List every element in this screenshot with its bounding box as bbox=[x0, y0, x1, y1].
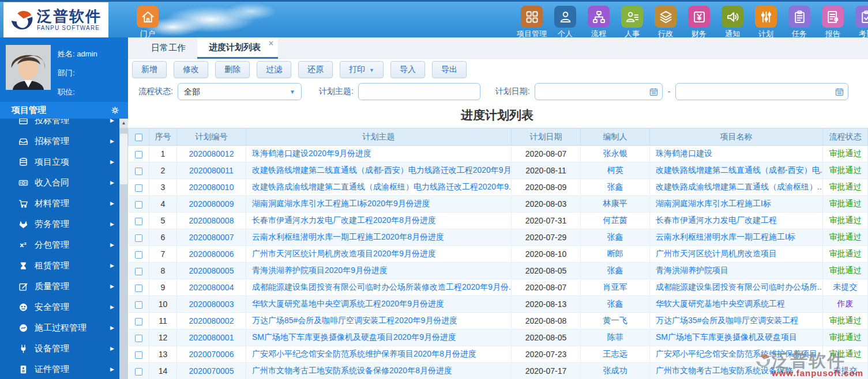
project-name-link[interactable]: 改建铁路成渝线增建第二直通线（成渝枢纽）... bbox=[656, 182, 823, 191]
sidebar-item-subcontract-management[interactable]: x²分包管理▶ bbox=[0, 234, 128, 255]
print-button[interactable]: 打印▼ bbox=[340, 61, 384, 78]
plan-code-link[interactable]: 2020080004 bbox=[189, 283, 234, 292]
plan-topic-link[interactable]: 长春市伊通河水力发电厂改建工程2020年8月份进度 bbox=[252, 215, 436, 225]
module-task[interactable]: 任务 bbox=[783, 6, 816, 39]
project-name-link[interactable]: 万达广场35#会所及咖啡厅空调安装工程 bbox=[656, 316, 798, 325]
author-link[interactable]: 张永银 bbox=[603, 149, 627, 158]
plan-code-link[interactable]: 2020080003 bbox=[189, 300, 234, 309]
sidebar-item-tender-management[interactable]: 招标管理▶ bbox=[0, 131, 128, 151]
plan-topic-link[interactable]: SM广场地下车库更换摄像机及硬盘项目2020年9月份进度 bbox=[252, 332, 456, 342]
sidebar-item-income-contract[interactable]: 收入合同▶ bbox=[0, 172, 128, 193]
plan-code-link[interactable]: 2020070006 bbox=[189, 350, 234, 359]
sidebar-item-labor-management[interactable]: 劳务管理▶ bbox=[0, 214, 128, 234]
date-from-input[interactable] bbox=[535, 84, 662, 100]
plan-topic-link[interactable]: 珠海鹤港口建设2020年9月份进度 bbox=[252, 149, 371, 158]
close-icon[interactable]: × bbox=[269, 39, 273, 48]
module-attendance[interactable]: 考勤 bbox=[850, 6, 868, 39]
author-link[interactable]: 陈菲 bbox=[607, 332, 623, 342]
project-name-link[interactable]: 成都能源建设集团投资有限公司临时办公场所... bbox=[656, 282, 823, 291]
plan-code-link[interactable]: 2020080009 bbox=[189, 199, 234, 209]
delete-button[interactable]: 删除 bbox=[215, 61, 250, 78]
date-to-input[interactable] bbox=[676, 84, 848, 100]
plan-topic-link[interactable]: 广安邓小平纪念馆安全防范系统维护保养项目2020年8月份进度 bbox=[252, 349, 476, 358]
row-checkbox[interactable] bbox=[135, 218, 142, 225]
row-checkbox[interactable] bbox=[135, 151, 142, 158]
gear-icon[interactable] bbox=[110, 105, 120, 115]
module-project-management[interactable]: 项目管理 bbox=[515, 6, 548, 39]
tab-progress-plan-list[interactable]: 进度计划列表× bbox=[197, 37, 278, 59]
plan-code-link[interactable]: 2020080007 bbox=[189, 233, 234, 242]
project-name-link[interactable]: 华软大厦研究基地中央空调系统工程 bbox=[656, 299, 785, 308]
plan-code-link[interactable]: 2020080008 bbox=[189, 216, 234, 225]
row-checkbox[interactable] bbox=[135, 168, 142, 175]
author-link[interactable]: 黄一飞 bbox=[603, 316, 627, 325]
project-name-link[interactable]: 改建铁路线增建第二线直通线（成都-西安）电... bbox=[656, 165, 823, 175]
export-button[interactable]: 导出 bbox=[432, 61, 467, 78]
sidebar-item-project-initiation[interactable]: 项目立项▶ bbox=[0, 151, 128, 172]
author-link[interactable]: 王志远 bbox=[603, 349, 627, 358]
module-report[interactable]: 报告 bbox=[816, 6, 850, 39]
plan-code-link[interactable]: 2020080010 bbox=[189, 183, 234, 192]
project-name-link[interactable]: 青海洪湖养护院项目 bbox=[656, 266, 728, 275]
row-checkbox[interactable] bbox=[135, 318, 142, 325]
author-link[interactable]: 肖亚军 bbox=[603, 282, 627, 291]
row-checkbox[interactable] bbox=[135, 351, 142, 359]
sidebar-item-lease-management[interactable]: 租赁管理▶ bbox=[0, 255, 128, 276]
sidebar-item-safety-management[interactable]: 安全管理▶ bbox=[0, 297, 128, 317]
row-checkbox[interactable] bbox=[135, 184, 142, 192]
author-link[interactable]: 林康平 bbox=[603, 199, 627, 208]
module-workflow[interactable]: 流程 bbox=[582, 6, 615, 39]
add-button[interactable]: 新增 bbox=[132, 61, 167, 78]
plan-code-link[interactable]: 2020080006 bbox=[189, 249, 234, 259]
plan-topic-link[interactable]: 云南水利枢纽潜明水库一期工程施工2020年8月份进度 bbox=[252, 232, 444, 241]
sidebar-scrollbar[interactable]: ▲ bbox=[119, 119, 128, 379]
scrollbar-thumb[interactable] bbox=[120, 134, 127, 184]
author-link[interactable]: 柯英 bbox=[607, 165, 623, 175]
project-name-link[interactable]: 云南水利枢纽潜明水库一期工程施工I标 bbox=[656, 232, 795, 241]
row-checkbox[interactable] bbox=[135, 335, 142, 342]
project-name-link[interactable]: 广安邓小平纪念馆安全防范系统维护保养项目 bbox=[656, 349, 817, 358]
import-button[interactable]: 导入 bbox=[390, 61, 425, 78]
plan-topic-link[interactable]: 改建铁路线增建第二线直通线（成都-西安）电力线路迁改工程2020年9月... bbox=[252, 165, 512, 175]
project-name-link[interactable]: 湖南洞庭湖水库引水工程施工I标 bbox=[656, 199, 771, 208]
plan-topic-link[interactable]: 广州市天河区统计局机房改造项目2020年9月份进度 bbox=[252, 249, 436, 258]
edit-button[interactable]: 修改 bbox=[174, 61, 208, 78]
plan-topic-link[interactable]: 华软大厦研究基地中央空调系统工程2020年9月份进度 bbox=[252, 299, 444, 308]
row-checkbox[interactable] bbox=[135, 234, 142, 242]
reset-button[interactable]: 还原 bbox=[298, 61, 333, 78]
sidebar-item-certificate-management[interactable]: 证件管理▶ bbox=[0, 359, 128, 379]
calendar-icon[interactable] bbox=[649, 87, 659, 97]
status-select[interactable]: 全部 ▼ bbox=[178, 83, 302, 100]
sidebar-item-construction-process-management[interactable]: 施工过程管理▶ bbox=[0, 317, 128, 338]
project-name-link[interactable]: 珠海鹤港口建设 bbox=[656, 149, 712, 158]
plan-topic-link[interactable]: 改建铁路成渝线增建第二直通线（成渝枢纽）电力线路迁改工程2020年9... bbox=[252, 182, 512, 191]
project-name-link[interactable]: 广州市文物考古工地安防系统设备保修 bbox=[656, 366, 793, 375]
plan-code-link[interactable]: 2020080001 bbox=[189, 333, 234, 342]
project-name-link[interactable]: 广州市天河区统计局机房改造项目 bbox=[656, 249, 777, 258]
module-administration[interactable]: 行政 bbox=[649, 6, 682, 39]
author-link[interactable]: 张成功 bbox=[603, 366, 627, 375]
project-name-link[interactable]: 长春市伊通河水力发电厂改建工程 bbox=[656, 215, 777, 225]
author-link[interactable]: 张鑫 bbox=[607, 299, 623, 308]
module-notice[interactable]: 通知 bbox=[716, 6, 749, 39]
row-checkbox[interactable] bbox=[135, 301, 142, 309]
calendar-icon[interactable] bbox=[835, 87, 844, 97]
author-link[interactable]: 何芷茵 bbox=[603, 215, 627, 225]
sidebar-item-bid-management[interactable]: 投标管理▶ bbox=[0, 119, 128, 131]
plan-code-link[interactable]: 2020080002 bbox=[189, 316, 234, 325]
author-link[interactable]: 张鑫 bbox=[607, 182, 623, 191]
portal-nav-item[interactable]: 门户 bbox=[131, 6, 164, 39]
sidebar-item-material-management[interactable]: 材料管理▶ bbox=[0, 193, 128, 214]
sidebar-item-equipment-management[interactable]: 设备管理▶ bbox=[0, 338, 128, 359]
plan-topic-link[interactable]: 湖南洞庭湖水库引水工程施工I标2020年9月份进度 bbox=[252, 199, 430, 208]
row-checkbox[interactable] bbox=[135, 368, 142, 376]
plan-topic-link[interactable]: 成都能源建设集团投资有限公司临时办公场所装修改造工程2020年9月份... bbox=[252, 282, 512, 291]
sidebar-item-quality-management[interactable]: 质量管理▶ bbox=[0, 276, 128, 297]
project-name-link[interactable]: SM广场地下车库更换摄像机及硬盘项目 bbox=[656, 332, 797, 342]
filter-button[interactable]: 过滤 bbox=[257, 61, 291, 78]
plan-code-link[interactable]: 2020080012 bbox=[189, 149, 234, 158]
row-checkbox[interactable] bbox=[135, 268, 142, 275]
module-personal[interactable]: 个人 bbox=[548, 6, 582, 39]
plan-code-link[interactable]: 2020070005 bbox=[189, 366, 234, 376]
row-checkbox[interactable] bbox=[135, 251, 142, 259]
